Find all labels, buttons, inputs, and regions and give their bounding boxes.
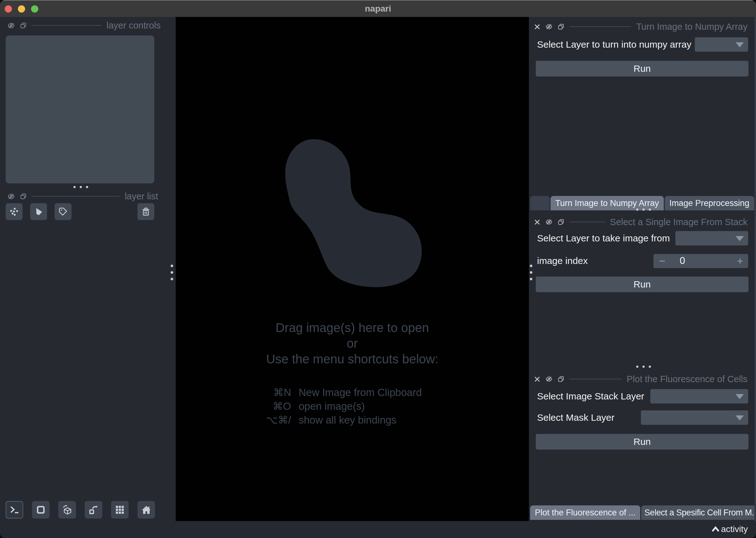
header-divider: [569, 379, 622, 379]
panel-splitter-handle[interactable]: [73, 186, 88, 188]
hint-line-1: Drag image(s) here to open: [176, 320, 529, 336]
widget-header-turn-image: Turn Image to Numpy Array: [534, 22, 747, 31]
shortcut-list: ⌘N New Image from Clipboard ⌘O open imag…: [176, 386, 529, 427]
right-dock-panel: Turn Image to Numpy Array Select Layer t…: [529, 17, 756, 521]
dock-tab-bar-bottom: Plot the Fluorescence of ... Select a Sp…: [530, 506, 756, 520]
tab-plot-fluorescence[interactable]: Plot the Fluorescence of ...: [530, 506, 640, 520]
close-widget-icon[interactable]: [534, 376, 540, 382]
canvas-splitter-handle[interactable]: [530, 265, 532, 280]
new-shapes-layer-button[interactable]: [30, 203, 47, 220]
layer-list-label: layer list: [125, 191, 158, 202]
roll-dimensions-button[interactable]: [58, 501, 76, 518]
hide-widget-eye-icon[interactable]: [546, 219, 552, 225]
float-panel-icon[interactable]: [20, 22, 27, 29]
napari-logo-blob: [176, 17, 529, 520]
image-stack-layer-dropdown[interactable]: [650, 389, 748, 404]
chevron-down-icon: [735, 394, 744, 399]
layer-controls-panel: [6, 35, 154, 184]
field-row: image index − 0 +: [537, 253, 748, 268]
activity-button[interactable]: activity: [712, 524, 748, 534]
delete-layer-button[interactable]: [138, 203, 154, 220]
header-divider: [569, 26, 631, 27]
spin-value[interactable]: 0: [680, 255, 685, 266]
home-button[interactable]: [138, 501, 155, 518]
activity-label: activity: [721, 524, 748, 534]
new-points-layer-button[interactable]: [6, 203, 23, 220]
widget-title: Turn Image to Numpy Array: [636, 22, 747, 32]
widget-splitter-handle[interactable]: [636, 365, 651, 368]
chevron-down-icon: [735, 415, 744, 420]
shortcut-keys: ⌘N: [176, 386, 291, 400]
viewer-canvas[interactable]: Drag image(s) here to open or Use the me…: [176, 17, 529, 521]
viewer-buttons-row: [6, 501, 155, 518]
canvas-hint-text: Drag image(s) here to open or Use the me…: [176, 320, 529, 367]
console-icon: [9, 505, 20, 515]
run-button[interactable]: Run: [536, 434, 748, 450]
shortcut-action: New Image from Clipboard: [299, 386, 422, 400]
shortcut-row: ⌘N New Image from Clipboard: [176, 386, 529, 400]
spin-decrement-button[interactable]: −: [659, 255, 665, 267]
header-divider: [569, 222, 605, 222]
shortcut-row: ⌥⌘/ show all key bindings: [176, 413, 529, 427]
layer-buttons-row: [6, 203, 154, 220]
widget-header-single-image: Select a Single Image From Stack: [534, 217, 747, 227]
mask-layer-dropdown[interactable]: [641, 410, 748, 425]
left-dock-panel: layer controls layer lis: [0, 17, 176, 521]
shortcut-action: show all key bindings: [299, 413, 396, 427]
float-widget-icon[interactable]: [558, 24, 564, 30]
screenshot: napari layer controls: [0, 0, 756, 538]
status-bar: activity: [0, 521, 756, 538]
header-divider: [32, 196, 120, 196]
widget-header-plot-fluorescence: Plot the Fluorescence of Cells: [534, 374, 747, 384]
new-labels-layer-button[interactable]: [55, 203, 72, 220]
napari-window: napari layer controls: [0, 0, 756, 538]
toggle-ndisplay-button[interactable]: [32, 501, 50, 518]
widget-title: Plot the Fluorescence of Cells: [627, 374, 747, 384]
home-icon: [141, 505, 151, 515]
layer-list-header: layer list: [8, 191, 158, 201]
widget-title: Select a Single Image From Stack: [610, 217, 747, 227]
cube-rotate-icon: [62, 504, 73, 515]
float-panel-icon[interactable]: [20, 193, 27, 200]
field-label: Select Layer to take image from: [537, 233, 670, 243]
canvas-splitter-handle[interactable]: [171, 265, 173, 280]
square-icon: [36, 505, 46, 515]
field-label: Select Layer to turn into numpy array: [537, 39, 691, 50]
layer-controls-label: layer controls: [107, 21, 161, 31]
hide-panel-eye-icon[interactable]: [8, 193, 15, 200]
hide-widget-eye-icon[interactable]: [546, 376, 552, 383]
chevron-down-icon: [735, 42, 744, 47]
field-row: Select Mask Layer: [537, 410, 748, 425]
scrollbar-track[interactable]: [754, 17, 756, 521]
run-button[interactable]: Run: [536, 61, 748, 77]
transpose-dimensions-button[interactable]: [85, 501, 102, 518]
window-title: napari: [0, 1, 756, 17]
close-widget-icon[interactable]: [534, 24, 540, 30]
hide-panel-eye-icon[interactable]: [8, 22, 15, 29]
layer-select-dropdown[interactable]: [695, 37, 748, 52]
float-widget-icon[interactable]: [558, 219, 564, 225]
image-index-spinbox[interactable]: − 0 +: [654, 254, 748, 268]
header-divider: [32, 25, 102, 26]
close-widget-icon[interactable]: [534, 219, 540, 225]
widget-splitter-handle[interactable]: [636, 208, 651, 211]
console-button[interactable]: [6, 501, 23, 518]
labels-icon: [58, 207, 68, 216]
hide-widget-eye-icon[interactable]: [546, 23, 552, 30]
tab-stub-left[interactable]: [530, 196, 550, 210]
run-button[interactable]: Run: [536, 277, 748, 292]
tab-select-specific-cell[interactable]: Select a Spesific Cell From M...: [641, 506, 756, 520]
tab-image-preprocessing[interactable]: Image Preprocessing: [665, 196, 754, 210]
grid-icon: [115, 505, 125, 515]
hint-line-2: or: [176, 336, 529, 351]
field-label: image index: [537, 255, 588, 266]
float-widget-icon[interactable]: [558, 376, 564, 383]
field-row: Select Layer to turn into numpy array: [537, 37, 748, 52]
hint-line-3: Use the menu shortcuts below:: [176, 351, 529, 367]
layer-select-dropdown[interactable]: [675, 231, 748, 245]
grid-view-button[interactable]: [111, 501, 129, 518]
field-row: Select Image Stack Layer: [537, 389, 748, 404]
field-label: Select Image Stack Layer: [537, 391, 644, 402]
points-icon: [9, 207, 19, 216]
spin-increment-button[interactable]: +: [737, 255, 743, 267]
